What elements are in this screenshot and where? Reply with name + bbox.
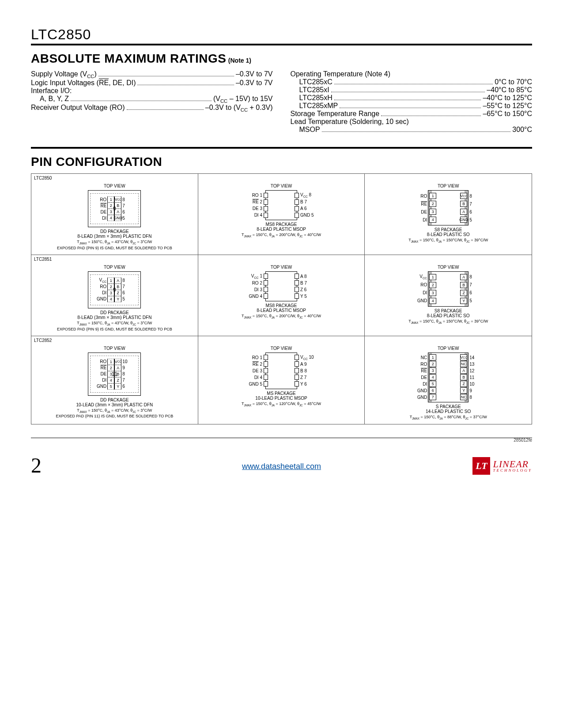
package-note: EXPOSED PAD (PIN 9) IS GND, MUST BE SOLD… <box>35 246 194 250</box>
pin-box: 4 <box>429 217 436 223</box>
package-name: S8 PACKAGE <box>368 308 528 313</box>
pin-label: RE <box>412 368 428 373</box>
page-number: 2 <box>31 453 42 477</box>
rating-row: LTC285xMP–55°C to 125°C <box>291 102 533 110</box>
thermal-info: TJMAX = 150°C, θJA = 43°C/W, θJC = 3°C/W <box>35 408 194 413</box>
pin-label: 7 <box>121 284 136 289</box>
package-note: EXPOSED PAD (PIN 9) IS GND, MUST BE SOLD… <box>35 327 194 331</box>
section-pin-config: PIN CONFIGURATION <box>31 155 532 169</box>
pin-box: A <box>460 368 467 374</box>
pin-box: 1 <box>429 274 436 280</box>
pin-box: 2 <box>429 361 436 367</box>
pin-label: 6 <box>121 210 136 214</box>
rating-label: Receiver Output Voltage (RO) <box>31 104 125 112</box>
dfn-package-icon: 9 VCC 1 A 8 RO 2 B 7 DI 3 Z 6 GND 4 Y 5 <box>75 271 154 308</box>
pin-label: RO <box>93 197 107 202</box>
ratings-block: Supply Voltage (VCC)–0.3V to 7VLogic Inp… <box>31 70 532 134</box>
pin-pad-icon <box>264 368 268 373</box>
thermal-info: TJMAX = 150°C, θJA = 200°C/W, θJC = 40°C… <box>202 314 361 319</box>
pin-pad-icon <box>264 293 268 299</box>
pin-pad-icon <box>295 213 299 218</box>
pin-box: A <box>114 278 121 284</box>
pin-label: A 6 <box>299 206 315 211</box>
pin-label: 7 <box>121 378 136 383</box>
top-view-label: TOP VIEW <box>368 265 528 270</box>
package-note: EXPOSED PAD (PIN 11) IS GND, MUST BE SOL… <box>35 414 194 418</box>
pin-box: VCC <box>114 359 121 365</box>
pin-pad-icon <box>264 375 268 380</box>
pin-pad-icon <box>264 280 268 285</box>
package-desc: 10-LEAD (3mm × 3mm) PLASTIC DFN <box>35 402 194 407</box>
pin-box: A <box>460 209 467 215</box>
pin-pad-icon <box>295 206 299 211</box>
pin-pad-icon <box>295 280 299 285</box>
package-cell: LTC2850TOP VIEW 9 RO 1 VCC 8 RE 2 B 7 DE… <box>31 174 198 255</box>
rating-label: LTC285xMP <box>299 102 338 110</box>
divider <box>31 147 532 149</box>
top-view-label: TOP VIEW <box>202 184 361 188</box>
rating-value: –40°C to 125°C <box>483 94 532 102</box>
so-package-icon: NC 1 VCC 14 RO 2 NC 13 RE 3 A 12 DE 4 B … <box>404 353 492 402</box>
section-title: ABSOLUTE MAXIMUM RATINGS <box>31 52 226 66</box>
rating-row: Lead Temperature (Soldering, 10 sec) <box>291 118 533 126</box>
package-cell: TOP VIEW RO 1 VCC 8 RE 2 B 7 DE 3 A 6 <box>365 174 532 255</box>
pin-label: 9 <box>468 388 484 393</box>
pin-label: DI <box>412 382 428 387</box>
top-view-label: TOP VIEW <box>368 184 528 188</box>
pin-label: RO <box>412 282 428 287</box>
pin-box: Y <box>114 383 121 390</box>
pin-label: GND 5 <box>299 213 315 218</box>
pin-box: NC <box>460 394 467 400</box>
pin-box: A <box>460 274 467 280</box>
pin-box: 4 <box>429 298 436 304</box>
logo: LT LINEAR TECHNOLOGY <box>472 457 532 475</box>
pin-pad-icon <box>295 381 299 387</box>
msop-package-icon: RO 1 VCC 10 RE 2 A 9 DE 3 B 8 DI 4 Z 7 G… <box>237 353 325 389</box>
top-view-label: TOP VIEW <box>202 346 361 351</box>
package-desc: 8-LEAD PLASTIC MSOP <box>202 308 361 313</box>
thermal-info: TJMAX = 150°C, θJA = 200°C/W, θJC = 40°C… <box>202 233 361 238</box>
pin-label: DE <box>93 372 107 376</box>
chip-label: LTC2850 <box>34 176 52 180</box>
pin-box: Z <box>114 377 121 383</box>
top-view-label: TOP VIEW <box>202 265 361 270</box>
rating-label: LTC285xH <box>299 94 333 102</box>
pin-pad-icon <box>295 287 299 292</box>
rating-value: (VCC – 15V) to 15V <box>213 95 272 104</box>
pin-label: RE 2 <box>247 199 264 204</box>
pin-box: GND <box>460 217 467 223</box>
pin-box: 1 <box>107 196 114 203</box>
part-number: LTC2850 <box>31 26 532 43</box>
pin-label: 6 <box>468 210 484 214</box>
logo-mark-icon: LT <box>472 457 490 475</box>
footer-link[interactable]: www.datasheetall.com <box>242 462 321 471</box>
pin-label: RO 1 <box>247 193 264 198</box>
pin-box: Y <box>114 296 121 302</box>
pin-label: 5 <box>121 296 136 301</box>
pin-box: 6 <box>429 387 436 394</box>
pin-label: RO 1 <box>247 355 264 360</box>
pin-label: RO <box>412 194 428 199</box>
pin-label: B 7 <box>299 281 315 285</box>
rating-value: –0.3V to 7V <box>236 70 273 78</box>
rating-label: MSOP <box>299 126 320 134</box>
pin-label: DI 4 <box>247 213 264 218</box>
package-cell: TOP VIEW RO 1 VCC 10 RE 2 A 9 DE 3 B 8 D… <box>198 336 365 424</box>
pin-label: GND <box>412 298 428 303</box>
dfn-package-icon: 9 RO 1 VCC 8 RE 2 B 7 DE 3 A 6 DI 4 GND … <box>75 190 154 227</box>
pin-box: Z <box>460 290 467 296</box>
pin-label: 8 <box>121 278 136 283</box>
package-name: S8 PACKAGE <box>368 227 528 232</box>
so-package-icon: RO 1 VCC 8 RE 2 B 7 DE 3 A 6 DI 4 GND 5 <box>404 190 492 225</box>
pin-label: VCC 8 <box>299 192 315 198</box>
pin-pad-icon <box>295 293 299 299</box>
pin-box: VCC <box>460 193 467 199</box>
section-title: PIN CONFIGURATION <box>31 155 162 169</box>
package-cell: TOP VIEW NC 1 VCC 14 RO 2 NC 13 RE 3 A 1… <box>365 336 532 424</box>
pin-box: 2 <box>429 282 436 288</box>
thermal-info: TJMAX = 150°C, θJA = 150°C/W, θJC = 39°C… <box>368 319 528 324</box>
pin-label: DE <box>93 210 107 214</box>
leader-dots <box>340 108 481 108</box>
pin-label: 9 <box>121 365 136 370</box>
rating-label: Lead Temperature (Soldering, 10 sec) <box>291 118 409 126</box>
